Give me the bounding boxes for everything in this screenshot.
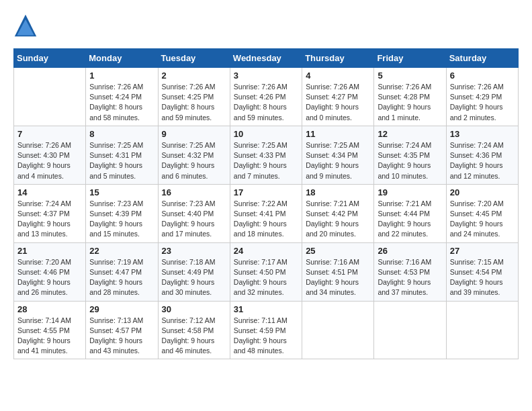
cell-info: Sunrise: 7:25 AMSunset: 4:31 PMDaylight:… (89, 140, 154, 181)
weekday-header-monday: Monday (86, 49, 158, 68)
calendar-cell: 13Sunrise: 7:24 AMSunset: 4:36 PMDayligh… (446, 126, 518, 184)
day-number: 13 (450, 129, 515, 139)
weekday-header-tuesday: Tuesday (158, 49, 230, 68)
calendar-cell (446, 301, 518, 359)
cell-info: Sunrise: 7:24 AMSunset: 4:37 PMDaylight:… (17, 199, 82, 240)
calendar-cell: 24Sunrise: 7:17 AMSunset: 4:50 PMDayligh… (230, 242, 302, 301)
calendar-cell: 28Sunrise: 7:14 AMSunset: 4:55 PMDayligh… (14, 301, 86, 359)
day-number: 28 (17, 304, 82, 314)
calendar-week-row: 21Sunrise: 7:20 AMSunset: 4:46 PMDayligh… (14, 242, 519, 301)
day-number: 6 (450, 71, 515, 81)
cell-info: Sunrise: 7:14 AMSunset: 4:55 PMDaylight:… (17, 316, 82, 357)
day-number: 9 (162, 129, 226, 139)
cell-info: Sunrise: 7:23 AMSunset: 4:40 PMDaylight:… (162, 199, 226, 240)
cell-info: Sunrise: 7:25 AMSunset: 4:33 PMDaylight:… (234, 140, 298, 181)
cell-info: Sunrise: 7:26 AMSunset: 4:27 PMDaylight:… (306, 82, 370, 123)
calendar-cell: 30Sunrise: 7:12 AMSunset: 4:58 PMDayligh… (158, 301, 230, 359)
calendar-cell: 22Sunrise: 7:19 AMSunset: 4:47 PMDayligh… (86, 242, 158, 301)
calendar-cell: 2Sunrise: 7:26 AMSunset: 4:25 PMDaylight… (158, 68, 230, 126)
cell-info: Sunrise: 7:24 AMSunset: 4:35 PMDaylight:… (378, 140, 442, 181)
calendar-cell: 17Sunrise: 7:22 AMSunset: 4:41 PMDayligh… (230, 184, 302, 242)
calendar-cell: 26Sunrise: 7:16 AMSunset: 4:53 PMDayligh… (374, 242, 446, 301)
weekday-header-friday: Friday (374, 49, 446, 68)
logo-icon (13, 13, 38, 38)
calendar-cell: 7Sunrise: 7:26 AMSunset: 4:30 PMDaylight… (14, 126, 86, 184)
cell-info: Sunrise: 7:26 AMSunset: 4:25 PMDaylight:… (162, 82, 226, 123)
cell-info: Sunrise: 7:21 AMSunset: 4:42 PMDaylight:… (306, 199, 370, 240)
calendar-cell: 9Sunrise: 7:25 AMSunset: 4:32 PMDaylight… (158, 126, 230, 184)
calendar-cell: 1Sunrise: 7:26 AMSunset: 4:24 PMDaylight… (86, 68, 158, 126)
cell-info: Sunrise: 7:26 AMSunset: 4:24 PMDaylight:… (89, 82, 154, 123)
calendar-cell (302, 301, 374, 359)
day-number: 3 (234, 71, 298, 81)
calendar-table: SundayMondayTuesdayWednesdayThursdayFrid… (13, 48, 519, 359)
calendar-cell: 20Sunrise: 7:20 AMSunset: 4:45 PMDayligh… (446, 184, 518, 242)
day-number: 5 (378, 71, 442, 81)
day-number: 30 (162, 304, 226, 314)
cell-info: Sunrise: 7:26 AMSunset: 4:30 PMDaylight:… (17, 140, 82, 181)
day-number: 21 (17, 246, 82, 256)
day-number: 19 (378, 187, 442, 197)
calendar-cell: 31Sunrise: 7:11 AMSunset: 4:59 PMDayligh… (230, 301, 302, 359)
day-number: 31 (234, 304, 298, 314)
logo (13, 13, 40, 38)
calendar-cell: 21Sunrise: 7:20 AMSunset: 4:46 PMDayligh… (14, 242, 86, 301)
cell-info: Sunrise: 7:25 AMSunset: 4:32 PMDaylight:… (162, 140, 226, 181)
cell-info: Sunrise: 7:23 AMSunset: 4:39 PMDaylight:… (89, 199, 154, 240)
day-number: 25 (306, 246, 370, 256)
day-number: 24 (234, 246, 298, 256)
cell-info: Sunrise: 7:20 AMSunset: 4:45 PMDaylight:… (450, 199, 515, 240)
calendar-cell: 19Sunrise: 7:21 AMSunset: 4:44 PMDayligh… (374, 184, 446, 242)
weekday-header-sunday: Sunday (14, 49, 86, 68)
cell-info: Sunrise: 7:15 AMSunset: 4:54 PMDaylight:… (450, 257, 515, 298)
calendar-cell: 11Sunrise: 7:25 AMSunset: 4:34 PMDayligh… (302, 126, 374, 184)
weekday-header-row: SundayMondayTuesdayWednesdayThursdayFrid… (14, 49, 519, 68)
calendar-week-row: 14Sunrise: 7:24 AMSunset: 4:37 PMDayligh… (14, 184, 519, 242)
day-number: 12 (378, 129, 442, 139)
weekday-header-wednesday: Wednesday (230, 49, 302, 68)
calendar-week-row: 1Sunrise: 7:26 AMSunset: 4:24 PMDaylight… (14, 68, 519, 126)
calendar-cell: 16Sunrise: 7:23 AMSunset: 4:40 PMDayligh… (158, 184, 230, 242)
day-number: 4 (306, 71, 370, 81)
day-number: 22 (89, 246, 154, 256)
day-number: 11 (306, 129, 370, 139)
calendar-week-row: 28Sunrise: 7:14 AMSunset: 4:55 PMDayligh… (14, 301, 519, 359)
day-number: 14 (17, 187, 82, 197)
calendar-cell: 6Sunrise: 7:26 AMSunset: 4:29 PMDaylight… (446, 68, 518, 126)
day-number: 18 (306, 187, 370, 197)
weekday-header-saturday: Saturday (446, 49, 518, 68)
cell-info: Sunrise: 7:13 AMSunset: 4:57 PMDaylight:… (89, 316, 154, 357)
day-number: 23 (162, 246, 226, 256)
calendar-cell: 23Sunrise: 7:18 AMSunset: 4:49 PMDayligh… (158, 242, 230, 301)
cell-info: Sunrise: 7:25 AMSunset: 4:34 PMDaylight:… (306, 140, 370, 181)
day-number: 15 (89, 187, 154, 197)
cell-info: Sunrise: 7:16 AMSunset: 4:51 PMDaylight:… (306, 257, 370, 298)
calendar-cell: 25Sunrise: 7:16 AMSunset: 4:51 PMDayligh… (302, 242, 374, 301)
cell-info: Sunrise: 7:18 AMSunset: 4:49 PMDaylight:… (162, 257, 226, 298)
cell-info: Sunrise: 7:26 AMSunset: 4:26 PMDaylight:… (234, 82, 298, 123)
calendar-cell: 5Sunrise: 7:26 AMSunset: 4:28 PMDaylight… (374, 68, 446, 126)
day-number: 27 (450, 246, 515, 256)
calendar-cell (14, 68, 86, 126)
cell-info: Sunrise: 7:11 AMSunset: 4:59 PMDaylight:… (234, 316, 298, 357)
cell-info: Sunrise: 7:19 AMSunset: 4:47 PMDaylight:… (89, 257, 154, 298)
calendar-week-row: 7Sunrise: 7:26 AMSunset: 4:30 PMDaylight… (14, 126, 519, 184)
cell-info: Sunrise: 7:26 AMSunset: 4:29 PMDaylight:… (450, 82, 515, 123)
day-number: 10 (234, 129, 298, 139)
day-number: 26 (378, 246, 442, 256)
calendar-cell: 3Sunrise: 7:26 AMSunset: 4:26 PMDaylight… (230, 68, 302, 126)
cell-info: Sunrise: 7:22 AMSunset: 4:41 PMDaylight:… (234, 199, 298, 240)
calendar-cell: 29Sunrise: 7:13 AMSunset: 4:57 PMDayligh… (86, 301, 158, 359)
cell-info: Sunrise: 7:20 AMSunset: 4:46 PMDaylight:… (17, 257, 82, 298)
cell-info: Sunrise: 7:21 AMSunset: 4:44 PMDaylight:… (378, 199, 442, 240)
day-number: 8 (89, 129, 154, 139)
calendar-cell: 10Sunrise: 7:25 AMSunset: 4:33 PMDayligh… (230, 126, 302, 184)
cell-info: Sunrise: 7:16 AMSunset: 4:53 PMDaylight:… (378, 257, 442, 298)
calendar-cell: 14Sunrise: 7:24 AMSunset: 4:37 PMDayligh… (14, 184, 86, 242)
calendar-cell (374, 301, 446, 359)
day-number: 2 (162, 71, 226, 81)
weekday-header-thursday: Thursday (302, 49, 374, 68)
day-number: 29 (89, 304, 154, 314)
calendar-cell: 15Sunrise: 7:23 AMSunset: 4:39 PMDayligh… (86, 184, 158, 242)
calendar-cell: 12Sunrise: 7:24 AMSunset: 4:35 PMDayligh… (374, 126, 446, 184)
